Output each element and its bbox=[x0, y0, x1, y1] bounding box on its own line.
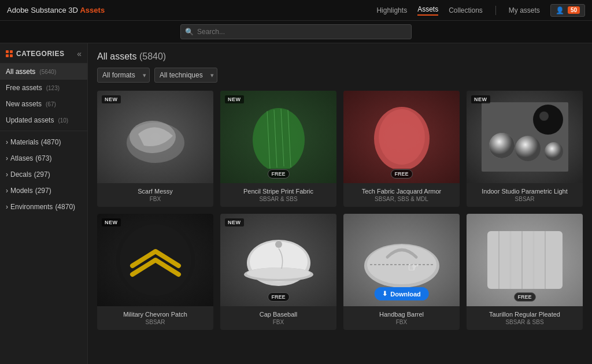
green-fabric-illustration bbox=[244, 105, 313, 169]
atlases-count: (673) bbox=[35, 154, 51, 162]
download-button-handbag[interactable]: ⬇ Download bbox=[374, 287, 429, 300]
free-badge-cap-baseball: FREE bbox=[267, 292, 289, 302]
asset-info-scarf-messy: Scarf Messy FBX bbox=[97, 183, 213, 207]
asset-info-taurillon-pleated: Taurillon Regular Pleated SBSAR & SBS bbox=[467, 306, 583, 330]
materials-chevron: › bbox=[6, 138, 8, 146]
sidebar-item-models[interactable]: › Models (297) bbox=[0, 183, 87, 199]
asset-card-pencil-stripe[interactable]: NEW FREE Pencil Stripe Print Fabric SBSA… bbox=[220, 91, 336, 207]
app-title-assets: Assets bbox=[80, 6, 105, 14]
asset-format-handbag-barrel: FBX bbox=[348, 319, 455, 325]
my-assets-badge-btn[interactable]: 👤 50 bbox=[550, 4, 585, 17]
sidebar-item-updated-assets[interactable]: Updated assets (10) bbox=[0, 112, 87, 128]
svg-point-11 bbox=[539, 112, 549, 121]
sidebar: CATEGORIES « All assets (5640) Free asse… bbox=[0, 43, 88, 364]
search-input[interactable] bbox=[180, 24, 412, 39]
svg-text:☞: ☞ bbox=[408, 260, 419, 274]
updated-assets-label: Updated assets bbox=[6, 116, 54, 124]
asset-format-scarf-messy: FBX bbox=[102, 196, 209, 202]
atlases-label: Atlases bbox=[10, 154, 33, 162]
nav-collections[interactable]: Collections bbox=[449, 6, 483, 14]
asset-format-taurillon-pleated: SBSAR & SBS bbox=[471, 319, 578, 325]
svg-point-15 bbox=[545, 142, 563, 161]
asset-card-scarf-messy[interactable]: NEW Scarf Messy FBX bbox=[97, 91, 213, 207]
asset-name-indoor-studio: Indoor Studio Parametric Light bbox=[471, 188, 578, 195]
updated-assets-count: (10) bbox=[58, 117, 68, 124]
asset-badge-cap-baseball: NEW bbox=[225, 218, 244, 226]
taurillon-illustration bbox=[482, 225, 568, 295]
sidebar-item-new-assets[interactable]: New assets (67) bbox=[0, 96, 87, 112]
categories-label: CATEGORIES bbox=[16, 50, 64, 58]
asset-format-tech-fabric: SBSAR, SBS & MDL bbox=[348, 196, 455, 202]
decals-label: Decals bbox=[10, 170, 32, 179]
user-icon: 👤 bbox=[556, 6, 564, 14]
decals-chevron: › bbox=[6, 170, 8, 179]
scarf-illustration bbox=[121, 108, 190, 166]
content-title-text: All assets bbox=[97, 51, 136, 61]
asset-grid: NEW Scarf Messy FBX NEW bbox=[97, 91, 583, 330]
asset-card-indoor-studio[interactable]: NEW bbox=[467, 91, 583, 207]
asset-badge-scarf-messy: NEW bbox=[102, 95, 121, 103]
handbag-illustration: ☞ bbox=[356, 225, 448, 295]
asset-card-tech-fabric[interactable]: FREE Tech Fabric Jacquard Armor SBSAR, S… bbox=[343, 91, 460, 207]
sidebar-item-free-assets[interactable]: Free assets (123) bbox=[0, 80, 87, 96]
asset-info-handbag-barrel: Handbag Barrel FBX bbox=[343, 306, 460, 330]
sidebar-item-all-assets[interactable]: All assets (5640) bbox=[0, 64, 87, 80]
nav-my-assets[interactable]: My assets bbox=[509, 6, 540, 14]
nav-links: Highlights Assets Collections My assets … bbox=[376, 4, 585, 17]
main-content: All assets (5840) All formats FBX SBSAR … bbox=[88, 43, 592, 364]
asset-badge-pencil-stripe: NEW bbox=[225, 95, 244, 103]
models-chevron: › bbox=[6, 187, 8, 195]
new-assets-label: New assets bbox=[6, 100, 42, 108]
asset-name-scarf-messy: Scarf Messy bbox=[102, 188, 209, 195]
nav-assets[interactable]: Assets bbox=[417, 5, 438, 16]
sidebar-item-environments[interactable]: › Environments (4870) bbox=[0, 199, 87, 215]
decals-count: (297) bbox=[34, 170, 50, 179]
technique-filter[interactable]: All techniques PBR Metallic Specular bbox=[154, 68, 217, 83]
sidebar-header-left: CATEGORIES bbox=[6, 50, 64, 58]
asset-card-handbag-barrel[interactable]: ☞ ⬇ Download Handbag Barrel FBX bbox=[343, 214, 460, 330]
format-filter[interactable]: All formats FBX SBSAR SBS MDL bbox=[97, 68, 150, 83]
asset-name-cap-baseball: Cap Baseball bbox=[225, 311, 332, 318]
asset-name-handbag-barrel: Handbag Barrel bbox=[348, 311, 455, 318]
materials-count: (4870) bbox=[41, 138, 61, 146]
sidebar-item-materials[interactable]: › Materials (4870) bbox=[0, 134, 87, 150]
asset-info-cap-baseball: Cap Baseball FBX bbox=[220, 306, 336, 330]
all-assets-count: (5640) bbox=[39, 69, 56, 75]
asset-thumb-taurillon-pleated: FREE bbox=[467, 214, 583, 306]
sidebar-item-decals[interactable]: › Decals (297) bbox=[0, 166, 87, 183]
technique-filter-wrapper: All techniques PBR Metallic Specular bbox=[154, 68, 217, 83]
search-icon: 🔍 bbox=[185, 28, 194, 36]
asset-thumb-military-chevron: NEW bbox=[97, 214, 213, 306]
assets-count-badge: 50 bbox=[568, 6, 580, 14]
asset-format-cap-baseball: FBX bbox=[225, 319, 332, 325]
asset-name-military-chevron: Military Chevron Patch bbox=[102, 311, 209, 318]
download-icon: ⬇ bbox=[382, 290, 387, 298]
new-assets-count: (67) bbox=[46, 101, 56, 107]
asset-info-tech-fabric: Tech Fabric Jacquard Armor SBSAR, SBS & … bbox=[343, 183, 460, 207]
free-badge-tech-fabric: FREE bbox=[390, 169, 412, 179]
search-area: 🔍 bbox=[0, 21, 592, 43]
asset-name-pencil-stripe: Pencil Stripe Print Fabric bbox=[225, 188, 332, 195]
svg-point-10 bbox=[533, 105, 563, 135]
free-assets-label: Free assets bbox=[6, 84, 42, 92]
asset-thumb-handbag-barrel: ☞ ⬇ Download bbox=[343, 214, 460, 306]
svg-rect-33 bbox=[487, 231, 563, 289]
sidebar-item-atlases[interactable]: › Atlases (673) bbox=[0, 150, 87, 166]
collapse-icon[interactable]: « bbox=[77, 49, 82, 58]
asset-thumb-tech-fabric: FREE bbox=[343, 91, 460, 183]
svg-point-13 bbox=[489, 133, 515, 158]
asset-thumb-cap-baseball: NEW FREE bbox=[220, 214, 336, 306]
asset-format-indoor-studio: SBSAR bbox=[471, 196, 578, 202]
asset-card-taurillon-pleated[interactable]: FREE Taurillon Regular Pleated SBSAR & S… bbox=[467, 214, 583, 330]
filter-bar: All formats FBX SBSAR SBS MDL All techni… bbox=[97, 68, 583, 83]
asset-card-military-chevron[interactable]: NEW Military Chevron Patch SBSAR bbox=[97, 214, 213, 330]
topbar: Adobe Substance 3D Assets Highlights Ass… bbox=[0, 0, 592, 21]
asset-thumb-pencil-stripe: NEW FREE bbox=[220, 91, 336, 183]
nav-highlights[interactable]: Highlights bbox=[376, 6, 407, 14]
asset-card-cap-baseball[interactable]: NEW FREE C bbox=[220, 214, 336, 330]
grid-icon bbox=[6, 50, 13, 57]
asset-thumb-scarf-messy: NEW bbox=[97, 91, 213, 183]
asset-badge-military-chevron: NEW bbox=[102, 218, 121, 226]
asset-badge-indoor-studio: NEW bbox=[471, 95, 490, 103]
asset-info-military-chevron: Military Chevron Patch SBSAR bbox=[97, 306, 213, 330]
